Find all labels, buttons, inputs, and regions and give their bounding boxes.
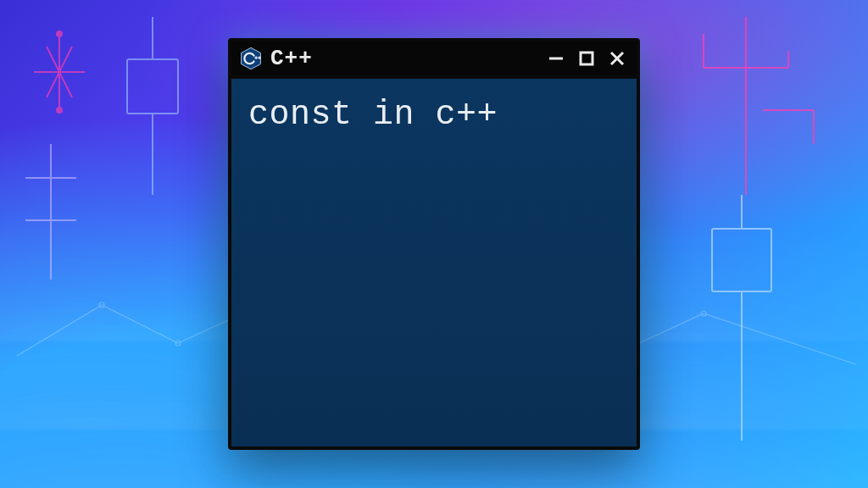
headline-text: const in c++ [248, 94, 620, 136]
window-content: const in c++ [231, 79, 637, 446]
svg-rect-29 [581, 53, 593, 64]
svg-point-7 [57, 108, 62, 113]
window-title: C++ [270, 46, 313, 71]
svg-point-6 [57, 31, 62, 36]
window-controls [545, 47, 628, 69]
terminal-window: C++ const in c++ [228, 38, 640, 450]
close-button[interactable] [606, 47, 628, 69]
maximize-button[interactable] [576, 47, 598, 69]
minimize-button[interactable] [545, 47, 567, 69]
cpp-hex-icon [238, 46, 264, 71]
title-left: C++ [238, 46, 313, 71]
svg-point-0 [99, 302, 104, 308]
svg-point-1 [175, 341, 181, 346]
svg-point-5 [701, 311, 706, 316]
banner-background: C++ const in c++ [0, 0, 868, 488]
svg-rect-17 [127, 59, 178, 114]
svg-rect-14 [712, 229, 771, 291]
titlebar[interactable]: C++ [231, 42, 637, 79]
